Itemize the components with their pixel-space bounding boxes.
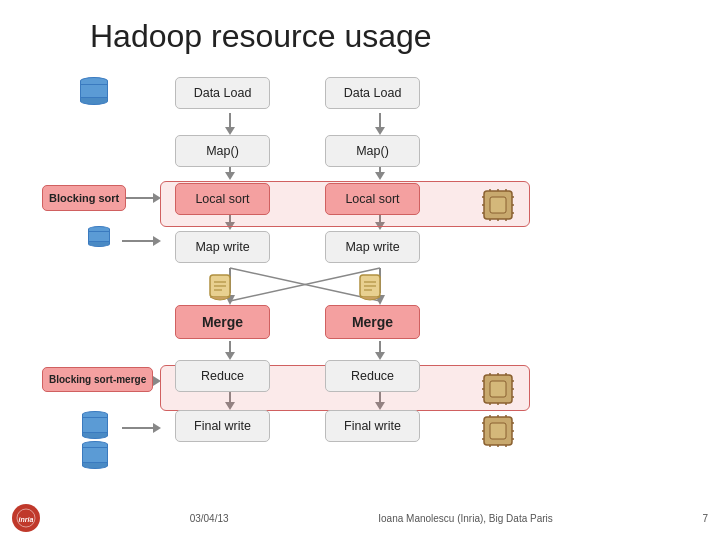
- col2-merge-box: Merge: [325, 305, 420, 339]
- svg-rect-71: [490, 423, 506, 439]
- db-icon-final-write: [82, 411, 108, 469]
- footer-logo: inria: [12, 504, 40, 532]
- chip-svg-merge: [480, 371, 516, 407]
- col1-data-load: Data Load: [175, 77, 270, 109]
- col1-map-write-box: Map write: [175, 231, 270, 263]
- svg-marker-33: [153, 423, 161, 433]
- col1-reduce-box: Reduce: [175, 360, 270, 392]
- col1-map-write: Map write: [175, 231, 270, 263]
- svg-marker-3: [225, 172, 235, 180]
- col1-map-box: Map(): [175, 135, 270, 167]
- db-icon-top: [80, 77, 108, 107]
- footer: inria 03/04/13 Ioana Manolescu (Inria), …: [0, 504, 720, 532]
- db-icon-map-write: [88, 226, 110, 249]
- blocking-sort-label-node: Blocking sort: [42, 185, 126, 211]
- svg-marker-1: [225, 127, 235, 135]
- col2-scroll-icon: [358, 273, 382, 303]
- svg-marker-29: [153, 236, 161, 246]
- col1-local-sort-box: Local sort: [175, 183, 270, 215]
- svg-marker-9: [375, 172, 385, 180]
- col2-reduce-box: Reduce: [325, 360, 420, 392]
- col1-merge-box: Merge: [175, 305, 270, 339]
- col2-map-write: Map write: [325, 231, 420, 263]
- chip-icon-reduce: [480, 413, 516, 449]
- col2-data-load-box: Data Load: [325, 77, 420, 109]
- database-icon-final: [82, 411, 108, 469]
- col2-reduce: Reduce: [325, 360, 420, 392]
- page-title: Hadoop resource usage: [90, 18, 690, 55]
- col2-final-write-box: Final write: [325, 410, 420, 442]
- col1-data-load-box: Data Load: [175, 77, 270, 109]
- svg-marker-21: [375, 352, 385, 360]
- col2-local-sort: Local sort: [325, 183, 420, 215]
- diagram-area: Blocking sort Blocking sort-merge Data L…: [40, 73, 630, 513]
- blocking-sort-merge-label: Blocking sort-merge: [42, 367, 153, 392]
- footer-author: Ioana Manolescu (Inria), Big Data Paris: [378, 513, 553, 524]
- svg-rect-43: [490, 197, 506, 213]
- col1-merge: Merge: [175, 305, 270, 339]
- col2-local-sort-box: Local sort: [325, 183, 420, 215]
- footer-page: 7: [702, 513, 708, 524]
- slide: Hadoop resource usage: [0, 0, 720, 540]
- svg-rect-57: [490, 381, 506, 397]
- blocking-sort-merge-label-node: Blocking sort-merge: [42, 367, 153, 392]
- col1-local-sort: Local sort: [175, 183, 270, 215]
- chip-icon-local-sort: [480, 187, 516, 223]
- footer-date: 03/04/13: [190, 513, 229, 524]
- scroll-svg-col1: [208, 273, 232, 303]
- scroll-svg-col2: [358, 273, 382, 303]
- col1-map: Map(): [175, 135, 270, 167]
- col1-scroll-icon: [208, 273, 232, 303]
- col2-map: Map(): [325, 135, 420, 167]
- svg-marker-7: [375, 127, 385, 135]
- svg-text:inria: inria: [19, 516, 34, 523]
- inria-logo: inria: [12, 504, 40, 532]
- col1-final-write-box: Final write: [175, 410, 270, 442]
- chip-svg-reduce: [480, 413, 516, 449]
- chip-svg-local-sort: [480, 187, 516, 223]
- col2-map-box: Map(): [325, 135, 420, 167]
- col1-reduce: Reduce: [175, 360, 270, 392]
- col2-final-write: Final write: [325, 410, 420, 442]
- col2-data-load: Data Load: [325, 77, 420, 109]
- col2-map-write-box: Map write: [325, 231, 420, 263]
- col2-merge: Merge: [325, 305, 420, 339]
- blocking-sort-label: Blocking sort: [42, 185, 126, 211]
- chip-icon-merge: [480, 371, 516, 407]
- col1-final-write: Final write: [175, 410, 270, 442]
- svg-marker-19: [225, 352, 235, 360]
- database-icon-small: [88, 226, 110, 247]
- database-icon-top: [80, 77, 108, 105]
